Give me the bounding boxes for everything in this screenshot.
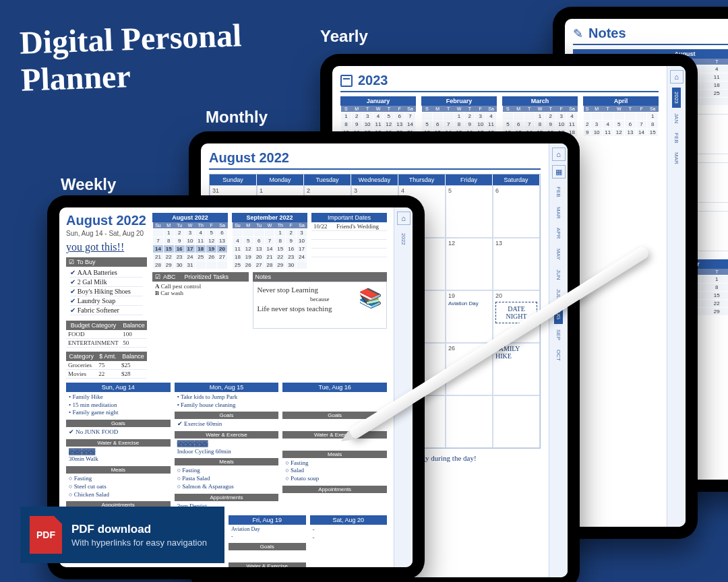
hero-title: Digital Personal Planner bbox=[19, 16, 243, 98]
day-cell[interactable] bbox=[446, 395, 493, 448]
tab-feb[interactable]: FEB bbox=[672, 129, 681, 148]
mini-cal-aug-weekly[interactable]: August 2022 SuMTuWThFSa 123456 789101112… bbox=[152, 213, 228, 269]
label-yearly: Yearly bbox=[320, 27, 368, 46]
notes-title: Notes bbox=[588, 26, 626, 41]
day-cell[interactable]: 5 bbox=[446, 185, 493, 238]
mini-cal-jan[interactable]: JanuarySMTWTFSa1234567891011121314151617… bbox=[340, 96, 416, 137]
important-dates: Important Dates 10/22Friend's Wedding bbox=[311, 213, 387, 269]
day-cell[interactable]: 19Aviation Day bbox=[446, 290, 493, 343]
books-icon: 📚 bbox=[359, 285, 382, 311]
yearly-row-1: JanuarySMTWTFSa1234567891011121314151617… bbox=[340, 96, 659, 137]
budget-table: Budget CategoryBalance FOOD100 ENTERTAIN… bbox=[66, 321, 147, 348]
tab-year-2022[interactable]: 2022 bbox=[399, 229, 408, 249]
calendar-small-icon[interactable]: ▦ bbox=[552, 165, 566, 179]
label-weekly: Weekly bbox=[61, 175, 116, 194]
tab-may[interactable]: MAY bbox=[554, 245, 563, 264]
yearly-title: 2023 bbox=[358, 73, 388, 88]
motivation-note: you got this!! bbox=[66, 241, 147, 253]
day-cell[interactable]: 13 bbox=[493, 238, 540, 290]
day-cell[interactable]: 12 bbox=[446, 238, 493, 290]
home-icon[interactable]: ⌂ bbox=[670, 70, 684, 84]
tab-jan[interactable]: JAN bbox=[672, 109, 681, 127]
day-tue[interactable]: Tue, Aug 16 Goals Water & Exercise Meals… bbox=[282, 383, 387, 511]
side-tabs-weekly: ⌂ 2022 bbox=[394, 207, 413, 567]
mini-cal-feb[interactable]: FebruarySMTWTFSa123456789101112131415161… bbox=[421, 96, 497, 137]
day-sat[interactable]: Sat, Aug 20-- bbox=[310, 515, 388, 567]
side-tabs-monthly: ⌂ ▦ FEB MAR APR MAY JUN JUL AUG SEP OCT bbox=[549, 143, 568, 577]
tab-feb[interactable]: FEB bbox=[554, 183, 563, 201]
tab-mar[interactable]: MAR bbox=[672, 148, 681, 168]
home-icon[interactable]: ⌂ bbox=[552, 148, 566, 161]
tab-jun[interactable]: JUN bbox=[554, 265, 563, 284]
pdf-icon: PDF bbox=[30, 516, 62, 554]
spend-table: Category$ Amt.Balance Groceries75$25 Mov… bbox=[66, 352, 147, 379]
mini-cal-sep-weekly[interactable]: September 2022 SuMTuWThFSa 123 45678910 … bbox=[232, 213, 307, 269]
weekly-notes: 📚 Never stop Learning because Life never… bbox=[253, 282, 388, 329]
pdf-subtitle: With hyperlinks for easy navigation bbox=[71, 538, 207, 548]
tab-apr[interactable]: APR bbox=[554, 224, 563, 243]
day-fri[interactable]: Fri, Aug 19Aviation Day-Goals Water & Ex… bbox=[229, 515, 306, 567]
to-buy-list: AAA Batteries 2 Gal Milk Boy's Hiking Sh… bbox=[66, 267, 147, 317]
side-tabs-yearly: ⌂ 2023 JAN FEB MAR bbox=[667, 66, 686, 527]
tab-mar[interactable]: MAR bbox=[554, 203, 563, 223]
calendar-icon bbox=[340, 75, 353, 87]
pdf-download-badge[interactable]: PDF PDF download With hyperlinks for eas… bbox=[20, 507, 224, 563]
notes-header: Notes bbox=[253, 272, 388, 282]
to-buy-header: ☑ To Buy bbox=[66, 257, 147, 267]
monthly-title: August 2022 bbox=[209, 150, 289, 166]
pdf-title: PDF download bbox=[71, 523, 207, 536]
notes-icon: ✎ bbox=[573, 26, 583, 41]
label-monthly: Monthly bbox=[206, 108, 268, 127]
day-cards-row1: Sun, Aug 14 • Family Hike• 15 min medita… bbox=[66, 383, 387, 511]
day-sun[interactable]: Sun, Aug 14 • Family Hike• 15 min medita… bbox=[66, 383, 171, 511]
tab-oct[interactable]: OCT bbox=[554, 346, 563, 365]
weekly-title: August 2022 bbox=[66, 213, 147, 228]
mini-cal-mar[interactable]: MarchSMTWTFSa123456789101112131415161718 bbox=[502, 96, 578, 137]
weekly-range: Sun, Aug 14 - Sat, Aug 20 bbox=[66, 230, 147, 237]
tab-sep[interactable]: SEP bbox=[554, 325, 563, 344]
hero-line1: Digital Personal bbox=[19, 16, 242, 61]
day-cell[interactable]: 27FAMILY HIKE bbox=[493, 343, 540, 395]
tab-year-2023[interactable]: 2023 bbox=[672, 88, 681, 108]
mini-cal-apr[interactable]: AprilSMTWTFSa123456789101112131415 bbox=[583, 96, 659, 137]
tasks-header: ☑ ABC Prioritized Tasks bbox=[152, 272, 249, 282]
hero-line2: Planner bbox=[20, 53, 243, 98]
day-cell[interactable]: 6 bbox=[493, 185, 540, 238]
day-mon[interactable]: Mon, Aug 15 • Take kids to Jump Park• Fa… bbox=[175, 383, 279, 511]
home-icon[interactable]: ⌂ bbox=[397, 212, 411, 225]
day-cell[interactable] bbox=[493, 395, 540, 448]
